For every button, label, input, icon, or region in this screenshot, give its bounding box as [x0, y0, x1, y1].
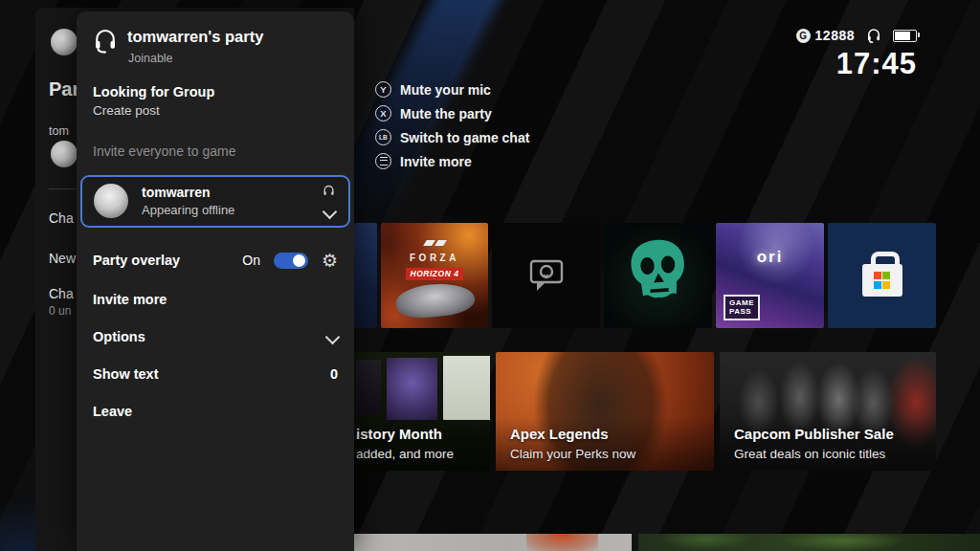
shopping-bag-icon	[862, 264, 902, 297]
microsoft-logo-icon	[874, 272, 891, 289]
chevron-down-icon	[325, 329, 341, 344]
avatar	[51, 29, 78, 55]
xbox-dashboard: G 12888 17:45 Y Mute your mic X Mute the…	[0, 0, 980, 551]
promo-history-month[interactable]: istory Month added, and more	[354, 352, 490, 471]
party-flyout: tomwarren's party Joinable Looking for G…	[77, 11, 354, 551]
hint-switch-game-chat[interactable]: LB Switch to game chat	[375, 128, 529, 146]
x-button-icon: X	[375, 105, 391, 121]
leave-item[interactable]: Leave	[93, 400, 338, 423]
car-art	[394, 280, 476, 320]
tile-partial-left[interactable]	[354, 223, 377, 328]
chevron-down-icon[interactable]	[323, 205, 338, 220]
hint-mute-party[interactable]: X Mute the party	[375, 104, 529, 122]
show-text-item[interactable]: Show text 0	[93, 363, 338, 386]
battery-icon	[893, 30, 917, 42]
tile-sea-of-thieves[interactable]	[604, 223, 712, 328]
promo-title: Apex Legends	[510, 426, 609, 442]
party-member-row[interactable]: tomwarren Appearing offline	[80, 175, 350, 228]
options-item[interactable]: Options	[93, 325, 338, 348]
headset-icon	[91, 26, 120, 55]
forza-logo: FORZA HORIZON 4	[381, 232, 488, 280]
promo-title: Capcom Publisher Sale	[734, 426, 894, 442]
gamerscore-coin-icon: G	[796, 29, 811, 43]
clock: 17:45	[836, 49, 917, 78]
avatar	[51, 141, 78, 167]
promo-apex-legends[interactable]: Apex Legends Claim your Perks now	[496, 352, 714, 471]
gear-icon[interactable]: ⚙	[322, 252, 338, 270]
headset-icon	[865, 27, 882, 44]
speech-bubble-headset-icon	[525, 254, 568, 297]
lfg-create-post[interactable]: Create post	[93, 103, 160, 118]
party-joinable-status: Joinable	[128, 52, 173, 65]
mini-game-cover	[356, 360, 381, 414]
tile-partial-bottom-2[interactable]	[638, 534, 980, 551]
invite-everyone-item[interactable]: Invite everyone to game	[93, 143, 235, 159]
game-pass-badge: GAME PASS	[724, 295, 760, 320]
lb-button-icon: LB	[375, 129, 391, 145]
tile-forza-horizon-4[interactable]: FORZA HORIZON 4	[381, 223, 488, 328]
hint-label: Mute your mic	[400, 82, 491, 98]
headset-icon	[322, 184, 336, 198]
promo-capcom-sale[interactable]: Capcom Publisher Sale Great deals on ico…	[720, 352, 936, 471]
avatar	[94, 184, 128, 218]
member-status: Appearing offline	[142, 203, 234, 217]
promo-title: istory Month	[356, 426, 442, 442]
status-bar: G 12888 17:45	[796, 27, 917, 78]
ori-logo: ori	[716, 248, 824, 267]
member-name: tomwarren	[142, 185, 211, 200]
toggle-state-label: On	[242, 253, 260, 268]
hint-mute-mic[interactable]: Y Mute your mic	[375, 80, 529, 99]
party-title: tomwarren's party	[127, 28, 263, 46]
menu-item-fragment[interactable]: New	[49, 251, 76, 266]
tile-microsoft-store[interactable]	[828, 223, 936, 328]
mini-game-cover	[443, 356, 490, 420]
show-text-value: 0	[330, 366, 338, 382]
hint-label: Mute the party	[400, 106, 492, 121]
mini-game-cover	[387, 358, 437, 420]
gamertag-fragment: tom	[49, 124, 69, 138]
hint-label: Invite more	[400, 154, 472, 169]
promo-subtitle: Claim your Perks now	[510, 447, 635, 461]
invite-more-item[interactable]: Invite more	[93, 288, 338, 311]
tile-ori[interactable]: ori GAME PASS	[716, 223, 824, 328]
lfg-title[interactable]: Looking for Group	[93, 84, 214, 99]
party-overlay-label: Party overlay	[93, 253, 180, 268]
y-button-icon: Y	[375, 81, 391, 98]
gamerscore-value: 12888	[815, 28, 855, 43]
tile-party-chat[interactable]	[492, 223, 600, 328]
button-hints: Y Mute your mic X Mute the party LB Swit…	[375, 80, 529, 170]
tile-partial-bottom-1[interactable]	[354, 534, 632, 551]
party-heading-fragment: Par	[49, 78, 79, 100]
unread-count-fragment: 0 un	[49, 304, 71, 318]
menu-item-fragment[interactable]: Cha	[49, 286, 74, 301]
menu-item-fragment[interactable]: Cha	[49, 210, 74, 226]
hint-invite-more[interactable]: Invite more	[375, 152, 529, 170]
promo-subtitle: added, and more	[356, 447, 454, 461]
promo-subtitle: Great deals on iconic titles	[734, 447, 885, 461]
gamerscore: G 12888	[796, 28, 855, 43]
hint-label: Switch to game chat	[400, 130, 529, 145]
party-overlay-row[interactable]: Party overlay On ⚙	[93, 249, 338, 272]
menu-button-icon	[375, 153, 391, 169]
party-overlay-toggle[interactable]	[274, 253, 308, 269]
skull-icon	[621, 235, 696, 316]
